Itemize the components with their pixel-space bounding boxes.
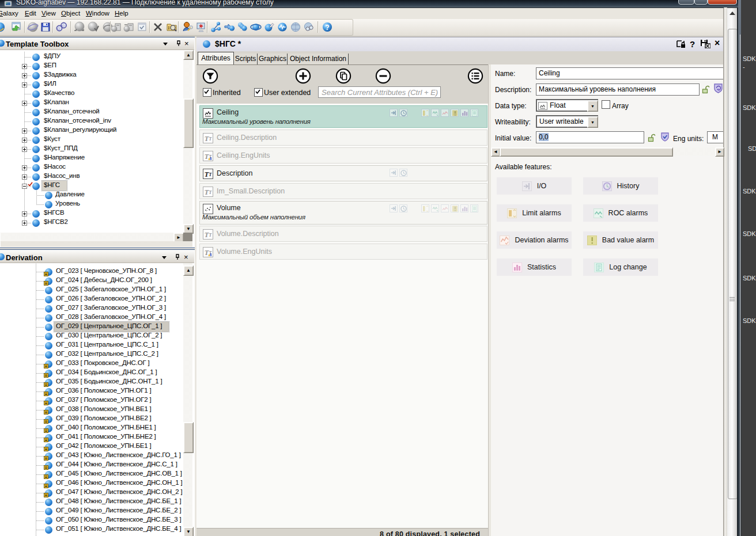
svg-text:?: ? xyxy=(325,24,329,32)
